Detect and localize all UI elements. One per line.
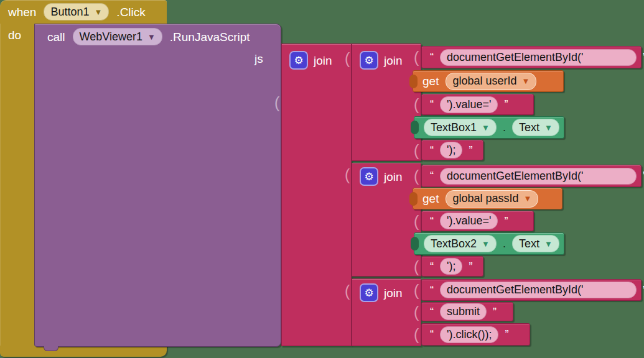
call-method-name: .RunJavaScript: [170, 31, 250, 43]
join-user-block[interactable]: ( ⚙ join: [352, 44, 421, 161]
close-quote: ”: [493, 306, 497, 318]
call-component-name: WebViewer1: [80, 30, 142, 44]
component-dropdown[interactable]: TextBox1 ▼: [424, 119, 497, 136]
property-dot: .: [503, 237, 506, 250]
text-block[interactable]: ( “ ').value=' ”: [421, 94, 534, 115]
text-block[interactable]: ( “ documentGetElementById(' ”: [421, 279, 642, 301]
close-quote: ”: [469, 145, 472, 156]
component-name: TextBox2: [431, 237, 477, 250]
string-field[interactable]: ');: [440, 258, 462, 275]
text-block[interactable]: ( “ '); ”: [421, 256, 483, 277]
do-label: do: [8, 29, 21, 41]
property-name: Text: [519, 237, 539, 250]
outer-join-block[interactable]: ( ⚙ join: [281, 44, 352, 346]
dropdown-arrow-icon: ▼: [522, 76, 530, 86]
call-runjavascript-block[interactable]: call WebViewer1 ▼ .RunJavaScript js: [34, 24, 281, 347]
event-component-dropdown[interactable]: Button1 ▼: [44, 3, 109, 21]
join-label: join: [384, 171, 403, 183]
when-event-block-left-wall[interactable]: do: [0, 24, 34, 347]
component-property-block[interactable]: TextBox2 ▼ . Text ▼: [414, 232, 564, 255]
string-field[interactable]: submit: [440, 303, 487, 320]
string-field[interactable]: ').value=': [440, 96, 498, 113]
dropdown-arrow-icon: ▼: [544, 123, 553, 132]
dropdown-arrow-icon: ▼: [482, 239, 490, 249]
component-dropdown[interactable]: TextBox2 ▼: [424, 235, 497, 252]
join-label: join: [384, 287, 403, 299]
blocks-workspace: when Button1 ▼ .Click do call WebViewer1…: [0, 0, 644, 358]
text-block[interactable]: ( “ submit ”: [421, 302, 513, 321]
call-keyword: call: [47, 31, 65, 43]
mutator-gear-icon[interactable]: ⚙: [289, 51, 308, 70]
js-param-label: js: [254, 53, 263, 65]
when-event-block-bottom[interactable]: [0, 346, 167, 357]
join-label: join: [314, 55, 332, 67]
property-dropdown[interactable]: Text ▼: [512, 235, 559, 252]
event-name: .Click: [116, 6, 145, 18]
text-block[interactable]: ( “ ').value=' ”: [421, 211, 534, 231]
text-block[interactable]: ( “ ').click()); ”: [421, 323, 530, 346]
property-name: Text: [519, 121, 539, 134]
open-quote: “: [430, 170, 434, 181]
close-quote: ”: [505, 329, 508, 340]
string-field[interactable]: ').value=': [440, 213, 498, 229]
open-quote: “: [430, 285, 434, 296]
open-quote: “: [430, 145, 434, 156]
string-field[interactable]: documentGetElementById(': [440, 168, 637, 185]
close-quote: ”: [504, 216, 508, 227]
open-quote: “: [430, 99, 434, 110]
open-quote: “: [430, 261, 434, 272]
component-property-block[interactable]: TextBox1 ▼ . Text ▼: [414, 116, 564, 139]
string-field[interactable]: documentGetElementById(': [440, 282, 637, 298]
text-block[interactable]: ( “ documentGetElementById(' ”: [421, 165, 642, 187]
open-quote: “: [430, 306, 434, 318]
call-component-dropdown[interactable]: WebViewer1 ▼: [73, 28, 162, 45]
variable-name: global passId: [452, 192, 518, 205]
close-quote: ”: [504, 99, 508, 110]
variable-dropdown[interactable]: global userId ▼: [446, 73, 536, 90]
variable-dropdown[interactable]: global passId ▼: [446, 190, 538, 208]
close-quote: ”: [469, 261, 472, 272]
variable-name: global userId: [452, 75, 516, 88]
property-dropdown[interactable]: Text ▼: [512, 119, 559, 136]
get-variable-block[interactable]: get global userId ▼: [413, 70, 564, 92]
text-block[interactable]: ( “ documentGetElementById(' ”: [421, 46, 642, 68]
event-component-name: Button1: [50, 6, 89, 19]
dropdown-arrow-icon: ▼: [147, 32, 156, 42]
when-keyword: when: [8, 6, 36, 18]
dropdown-arrow-icon: ▼: [482, 123, 490, 132]
join-pass-block[interactable]: ( ⚙ join: [352, 163, 421, 277]
dropdown-arrow-icon: ▼: [94, 7, 102, 17]
string-field[interactable]: ').click());: [440, 326, 498, 343]
property-dot: .: [503, 121, 506, 134]
dropdown-arrow-icon: ▼: [544, 239, 553, 249]
when-event-block-header[interactable]: when Button1 ▼ .Click: [0, 0, 167, 24]
open-quote: “: [430, 52, 434, 63]
get-variable-block[interactable]: get global passId ▼: [413, 188, 562, 209]
next-statement-tab: [44, 346, 58, 351]
open-quote: “: [430, 216, 434, 227]
string-field[interactable]: ');: [440, 142, 462, 158]
join-submit-block[interactable]: ( ⚙ join: [352, 278, 421, 346]
string-field[interactable]: documentGetElementById(': [440, 49, 637, 66]
join-label: join: [384, 55, 403, 67]
mutator-gear-icon[interactable]: ⚙: [360, 167, 378, 186]
open-quote: “: [430, 329, 434, 340]
get-keyword: get: [422, 193, 439, 204]
dropdown-arrow-icon: ▼: [524, 194, 532, 203]
text-block[interactable]: ( “ '); ”: [421, 140, 483, 160]
component-name: TextBox1: [431, 121, 477, 134]
get-keyword: get: [422, 75, 439, 87]
mutator-gear-icon[interactable]: ⚙: [360, 51, 378, 70]
mutator-gear-icon[interactable]: ⚙: [360, 283, 378, 302]
